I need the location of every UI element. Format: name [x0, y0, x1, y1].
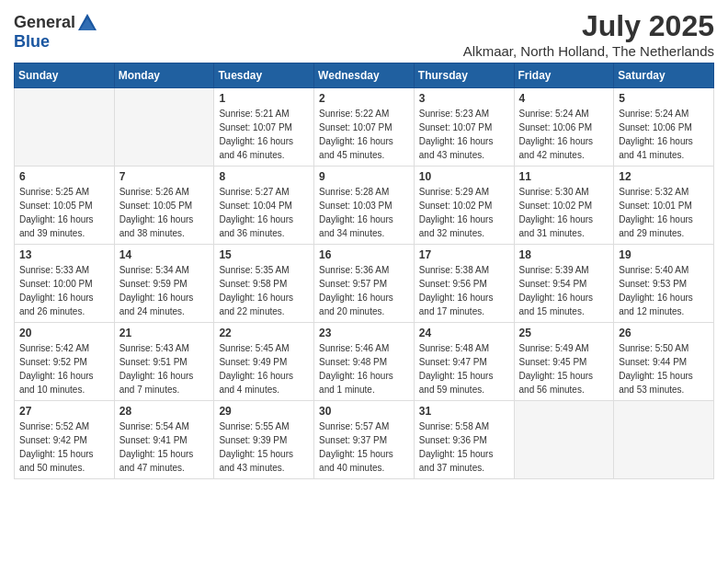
- day-number: 1: [219, 92, 309, 105]
- day-info: Sunrise: 5:25 AM Sunset: 10:05 PM Daylig…: [19, 185, 109, 240]
- calendar-table: SundayMondayTuesdayWednesdayThursdayFrid…: [14, 63, 714, 479]
- day-info: Sunrise: 5:43 AM Sunset: 9:51 PM Dayligh…: [119, 341, 210, 396]
- month-title: July 2025: [463, 9, 714, 43]
- calendar-cell: 12 Sunrise: 5:32 AM Sunset: 10:01 PM Day…: [614, 167, 714, 245]
- day-info: Sunrise: 5:57 AM Sunset: 9:37 PM Dayligh…: [319, 419, 409, 475]
- day-info: Sunrise: 5:28 AM Sunset: 10:03 PM Daylig…: [319, 185, 409, 240]
- day-number: 30: [319, 405, 409, 418]
- calendar-cell: 3 Sunrise: 5:23 AM Sunset: 10:07 PM Dayl…: [414, 88, 514, 167]
- calendar-cell: 16 Sunrise: 5:36 AM Sunset: 9:57 PM Dayl…: [314, 245, 415, 323]
- calendar-cell: 6 Sunrise: 5:25 AM Sunset: 10:05 PM Dayl…: [15, 167, 115, 245]
- day-info: Sunrise: 5:35 AM Sunset: 9:58 PM Dayligh…: [219, 263, 309, 318]
- weekday-header-monday: Monday: [114, 63, 214, 88]
- calendar-cell: 29 Sunrise: 5:55 AM Sunset: 9:39 PM Dayl…: [214, 401, 314, 479]
- day-number: 21: [119, 327, 210, 339]
- day-info: Sunrise: 5:33 AM Sunset: 10:00 PM Daylig…: [19, 263, 109, 318]
- day-info: Sunrise: 5:58 AM Sunset: 9:36 PM Dayligh…: [419, 419, 509, 475]
- day-number: 3: [419, 92, 509, 105]
- week-row-1: 1 Sunrise: 5:21 AM Sunset: 10:07 PM Dayl…: [15, 88, 714, 167]
- calendar-cell: 31 Sunrise: 5:58 AM Sunset: 9:36 PM Dayl…: [414, 401, 514, 479]
- day-info: Sunrise: 5:38 AM Sunset: 9:56 PM Dayligh…: [419, 263, 509, 318]
- calendar-cell: 10 Sunrise: 5:29 AM Sunset: 10:02 PM Day…: [414, 167, 514, 245]
- weekday-header-friday: Friday: [514, 63, 614, 88]
- day-number: 5: [619, 92, 709, 105]
- calendar-cell: 11 Sunrise: 5:30 AM Sunset: 10:02 PM Day…: [514, 167, 614, 245]
- day-number: 20: [19, 327, 109, 339]
- calendar-cell: 21 Sunrise: 5:43 AM Sunset: 9:51 PM Dayl…: [114, 323, 214, 401]
- day-number: 2: [319, 92, 409, 105]
- day-info: Sunrise: 5:46 AM Sunset: 9:48 PM Dayligh…: [319, 341, 409, 396]
- day-number: 22: [219, 327, 309, 339]
- calendar-cell: 20 Sunrise: 5:42 AM Sunset: 9:52 PM Dayl…: [15, 323, 115, 401]
- day-info: Sunrise: 5:34 AM Sunset: 9:59 PM Dayligh…: [119, 263, 210, 318]
- calendar-cell: [514, 401, 614, 479]
- day-info: Sunrise: 5:26 AM Sunset: 10:05 PM Daylig…: [119, 185, 210, 240]
- logo-general-text: General: [14, 14, 75, 32]
- week-row-5: 27 Sunrise: 5:52 AM Sunset: 9:42 PM Dayl…: [15, 401, 714, 479]
- calendar-cell: 1 Sunrise: 5:21 AM Sunset: 10:07 PM Dayl…: [214, 88, 314, 167]
- day-number: 13: [19, 248, 109, 261]
- calendar-cell: 9 Sunrise: 5:28 AM Sunset: 10:03 PM Dayl…: [314, 167, 415, 245]
- day-number: 7: [119, 170, 210, 183]
- weekday-header-wednesday: Wednesday: [314, 63, 415, 88]
- calendar-cell: 24 Sunrise: 5:48 AM Sunset: 9:47 PM Dayl…: [414, 323, 514, 401]
- page-header: General Blue July 2025 Alkmaar, North Ho…: [14, 9, 714, 59]
- calendar-cell: 17 Sunrise: 5:38 AM Sunset: 9:56 PM Dayl…: [414, 245, 514, 323]
- calendar-cell: 5 Sunrise: 5:24 AM Sunset: 10:06 PM Dayl…: [614, 88, 714, 167]
- calendar-cell: 26 Sunrise: 5:50 AM Sunset: 9:44 PM Dayl…: [614, 323, 714, 401]
- day-info: Sunrise: 5:29 AM Sunset: 10:02 PM Daylig…: [419, 185, 509, 240]
- weekday-header-sunday: Sunday: [15, 63, 115, 88]
- calendar-cell: [114, 88, 214, 167]
- day-number: 4: [519, 92, 609, 105]
- calendar-cell: 27 Sunrise: 5:52 AM Sunset: 9:42 PM Dayl…: [15, 401, 115, 479]
- day-number: 6: [19, 170, 109, 183]
- day-number: 29: [219, 405, 309, 418]
- calendar-cell: 7 Sunrise: 5:26 AM Sunset: 10:05 PM Dayl…: [114, 167, 214, 245]
- day-info: Sunrise: 5:30 AM Sunset: 10:02 PM Daylig…: [519, 185, 609, 240]
- day-info: Sunrise: 5:39 AM Sunset: 9:54 PM Dayligh…: [519, 263, 609, 318]
- calendar-cell: 19 Sunrise: 5:40 AM Sunset: 9:53 PM Dayl…: [614, 245, 714, 323]
- calendar-cell: 13 Sunrise: 5:33 AM Sunset: 10:00 PM Day…: [15, 245, 115, 323]
- day-info: Sunrise: 5:50 AM Sunset: 9:44 PM Dayligh…: [619, 341, 709, 396]
- logo: General Blue: [14, 13, 97, 52]
- day-info: Sunrise: 5:32 AM Sunset: 10:01 PM Daylig…: [619, 185, 709, 240]
- calendar-cell: 30 Sunrise: 5:57 AM Sunset: 9:37 PM Dayl…: [314, 401, 415, 479]
- calendar-cell: [15, 88, 115, 167]
- calendar-cell: 18 Sunrise: 5:39 AM Sunset: 9:54 PM Dayl…: [514, 245, 614, 323]
- title-area: July 2025 Alkmaar, North Holland, The Ne…: [463, 9, 714, 59]
- day-info: Sunrise: 5:21 AM Sunset: 10:07 PM Daylig…: [219, 107, 309, 162]
- calendar-cell: [614, 401, 714, 479]
- day-number: 16: [319, 248, 409, 261]
- day-number: 26: [619, 327, 709, 339]
- weekday-header-saturday: Saturday: [614, 63, 714, 88]
- day-info: Sunrise: 5:27 AM Sunset: 10:04 PM Daylig…: [219, 185, 309, 240]
- weekday-header-tuesday: Tuesday: [214, 63, 314, 88]
- day-number: 27: [19, 405, 109, 418]
- location-title: Alkmaar, North Holland, The Netherlands: [463, 43, 714, 59]
- weekday-header-thursday: Thursday: [414, 63, 514, 88]
- day-number: 23: [319, 327, 409, 339]
- day-info: Sunrise: 5:40 AM Sunset: 9:53 PM Dayligh…: [619, 263, 709, 318]
- logo-icon: [77, 13, 97, 33]
- calendar-cell: 14 Sunrise: 5:34 AM Sunset: 9:59 PM Dayl…: [114, 245, 214, 323]
- day-number: 14: [119, 248, 210, 261]
- day-number: 10: [419, 170, 509, 183]
- week-row-4: 20 Sunrise: 5:42 AM Sunset: 9:52 PM Dayl…: [15, 323, 714, 401]
- calendar-cell: 2 Sunrise: 5:22 AM Sunset: 10:07 PM Dayl…: [314, 88, 415, 167]
- day-number: 8: [219, 170, 309, 183]
- day-info: Sunrise: 5:24 AM Sunset: 10:06 PM Daylig…: [519, 107, 609, 162]
- day-number: 15: [219, 248, 309, 261]
- day-number: 9: [319, 170, 409, 183]
- day-number: 17: [419, 248, 509, 261]
- day-info: Sunrise: 5:55 AM Sunset: 9:39 PM Dayligh…: [219, 419, 309, 475]
- day-number: 11: [519, 170, 609, 183]
- day-number: 25: [519, 327, 609, 339]
- week-row-3: 13 Sunrise: 5:33 AM Sunset: 10:00 PM Day…: [15, 245, 714, 323]
- day-number: 19: [619, 248, 709, 261]
- day-info: Sunrise: 5:36 AM Sunset: 9:57 PM Dayligh…: [319, 263, 409, 318]
- day-info: Sunrise: 5:24 AM Sunset: 10:06 PM Daylig…: [619, 107, 709, 162]
- calendar-cell: 28 Sunrise: 5:54 AM Sunset: 9:41 PM Dayl…: [114, 401, 214, 479]
- logo-blue-text: Blue: [14, 32, 50, 51]
- calendar-cell: 15 Sunrise: 5:35 AM Sunset: 9:58 PM Dayl…: [214, 245, 314, 323]
- day-info: Sunrise: 5:22 AM Sunset: 10:07 PM Daylig…: [319, 107, 409, 162]
